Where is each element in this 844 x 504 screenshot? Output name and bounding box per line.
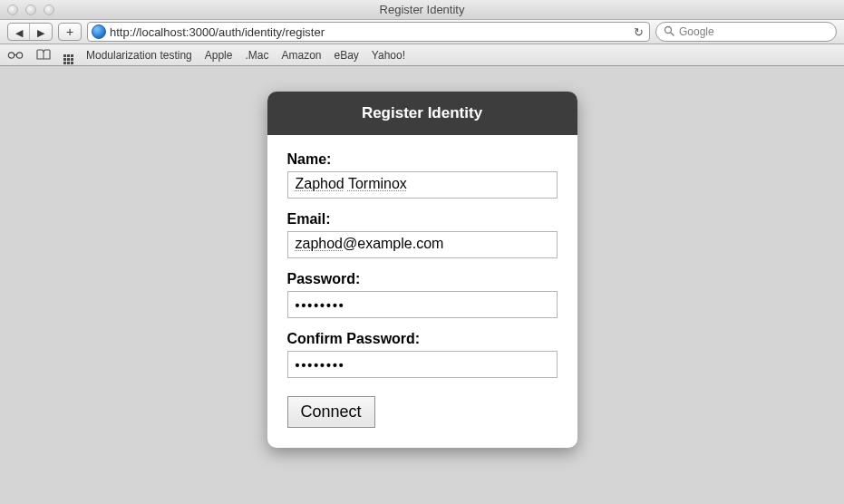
traffic-lights [0, 5, 54, 15]
bookmark-link[interactable]: Apple [205, 49, 233, 62]
confirm-password-label: Confirm Password: [287, 331, 558, 347]
back-button[interactable]: ◀ [8, 24, 30, 41]
page-content: Register Identity Name: Zaphod Torminox … [0, 66, 844, 504]
email-input[interactable]: zaphod@example.com [287, 231, 558, 258]
name-label: Name: [287, 151, 558, 168]
reload-button[interactable]: ↻ [632, 25, 645, 39]
confirm-password-input[interactable]: •••••••• [287, 351, 558, 378]
forward-button[interactable]: ▶ [30, 24, 52, 41]
address-bar[interactable]: http://localhost:3000/auth/identity/regi… [87, 22, 650, 42]
show-bookmarks-icon[interactable] [36, 48, 51, 63]
search-icon [664, 25, 674, 39]
search-placeholder: Google [679, 25, 714, 38]
name-value-part: Zaphod [296, 176, 344, 191]
name-input[interactable]: Zaphod Torminox [287, 171, 558, 199]
window-title: Register Identity [0, 3, 844, 16]
search-bar[interactable]: Google [655, 22, 837, 42]
svg-point-3 [16, 52, 22, 57]
top-sites-icon[interactable] [63, 45, 73, 64]
svg-line-1 [671, 33, 674, 35]
close-window-button[interactable] [7, 5, 18, 15]
register-card: Register Identity Name: Zaphod Torminox … [267, 92, 577, 448]
connect-button[interactable]: Connect [287, 396, 375, 428]
confirm-password-value: •••••••• [296, 358, 345, 373]
url-text: http://localhost:3000/auth/identity/regi… [110, 25, 628, 39]
browser-toolbar: ◀ ▶ + http://localhost:3000/auth/identit… [0, 20, 844, 44]
bookmark-link[interactable]: Modularization testing [86, 49, 192, 62]
bookmarks-bar: Modularization testing Apple .Mac Amazon… [0, 44, 844, 66]
card-heading: Register Identity [267, 92, 577, 135]
password-value: •••••••• [296, 298, 345, 313]
add-bookmark-button[interactable]: + [58, 23, 82, 41]
email-value-part: @example.com [343, 236, 443, 251]
email-value-part: zaphod [296, 236, 344, 251]
bookmark-link[interactable]: Yahoo! [372, 49, 405, 62]
reading-list-icon[interactable] [7, 48, 24, 63]
card-body: Name: Zaphod Torminox Email: zaphod@exam… [267, 135, 577, 448]
password-label: Password: [287, 271, 558, 287]
zoom-window-button[interactable] [44, 5, 54, 15]
svg-point-0 [665, 26, 672, 33]
password-input[interactable]: •••••••• [287, 291, 558, 318]
svg-point-2 [8, 52, 14, 57]
minimize-window-button[interactable] [25, 5, 36, 15]
email-label: Email: [287, 211, 558, 228]
name-value-part: Torminox [348, 176, 407, 191]
bookmark-link[interactable]: .Mac [245, 49, 268, 62]
bookmark-link[interactable]: eBay [334, 49, 358, 62]
globe-icon [92, 24, 106, 39]
nav-button-group: ◀ ▶ [7, 23, 53, 41]
bookmark-link[interactable]: Amazon [281, 49, 321, 62]
window-titlebar: Register Identity [0, 0, 844, 20]
